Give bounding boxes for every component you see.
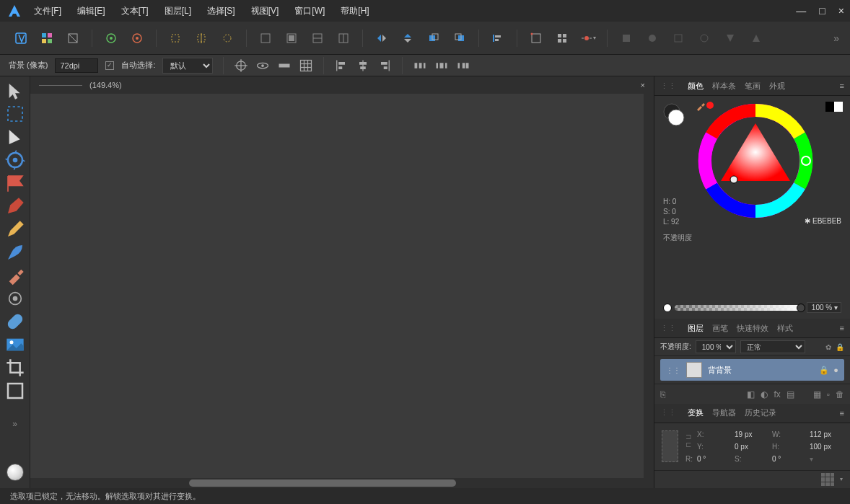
brush-tool-icon[interactable]	[4, 242, 26, 262]
link-wh-icon[interactable]: ⊐⊏	[685, 433, 693, 448]
misc5-icon[interactable]	[720, 28, 740, 48]
expand-tools-icon[interactable]: »	[4, 414, 26, 434]
opacity-slider[interactable]	[663, 304, 801, 311]
color-wheel[interactable]	[698, 103, 813, 218]
gear-red-icon[interactable]	[127, 28, 147, 48]
transform-icon[interactable]	[526, 28, 546, 48]
misc6-icon[interactable]	[746, 28, 766, 48]
layer-row[interactable]: ⋮⋮ 背背景 🔒 ●	[660, 359, 844, 381]
node-tool-icon[interactable]	[4, 127, 26, 147]
menu-file[interactable]: 文件[F]	[34, 5, 61, 17]
pencil-tool-icon[interactable]	[4, 219, 26, 239]
menu-select[interactable]: 选择[S]	[207, 5, 235, 17]
panel-options-icon[interactable]: ≡	[840, 409, 844, 417]
assets-tool-icon[interactable]	[4, 150, 26, 170]
cb-alignc-icon[interactable]	[356, 58, 370, 73]
menu-window[interactable]: 窗口[W]	[294, 5, 325, 17]
tab-styles[interactable]: 样式	[777, 323, 793, 334]
tab-brush[interactable]: 笔画	[745, 81, 761, 92]
canvas[interactable]	[30, 94, 654, 478]
arrange2-icon[interactable]	[450, 28, 470, 48]
crop-tool-icon[interactable]	[4, 358, 26, 378]
snap-icon[interactable]	[165, 28, 185, 48]
panel-options-icon[interactable]: ≡	[840, 81, 844, 90]
minimize-button[interactable]: —	[796, 5, 806, 17]
bw-swatch[interactable]	[825, 102, 843, 112]
cb-eye-icon[interactable]	[255, 58, 270, 73]
tab-layers[interactable]: 图层	[688, 323, 704, 334]
liquify-persona-icon[interactable]	[37, 28, 57, 48]
horizontal-scrollbar[interactable]	[30, 478, 654, 488]
cb-crosshair-icon[interactable]	[234, 58, 248, 73]
misc1-icon[interactable]	[616, 28, 636, 48]
close-button[interactable]: ×	[838, 5, 844, 17]
arrange-icon[interactable]	[424, 28, 444, 48]
tf-x-input[interactable]	[735, 430, 768, 438]
opacity-value[interactable]: 100 % ▾	[807, 302, 841, 313]
document-tab[interactable]: (149.4%) ×	[30, 76, 654, 94]
tf-w-input[interactable]	[810, 430, 843, 438]
tab-history[interactable]: 历史记录	[745, 407, 776, 418]
blend-mode-select[interactable]: 正常	[740, 340, 805, 353]
clip-icon[interactable]: ▤	[787, 389, 794, 399]
healing-tool-icon[interactable]	[4, 311, 26, 332]
cb-alignr-icon[interactable]	[377, 58, 392, 73]
panel-options-icon[interactable]: ≡	[840, 324, 844, 332]
layer-lock-icon[interactable]: 🔒	[836, 343, 844, 351]
cb-dist1-icon[interactable]	[413, 58, 427, 73]
image-tool-icon[interactable]	[4, 335, 26, 355]
tab-appearance[interactable]: 外观	[769, 81, 785, 92]
tab-brushes[interactable]: 画笔	[712, 323, 728, 334]
marquee-tool-icon[interactable]	[4, 104, 26, 124]
menu-text[interactable]: 文本[T]	[121, 5, 149, 17]
shape-tool-icon[interactable]	[4, 381, 26, 401]
delete-layer-icon[interactable]: 🗑	[836, 389, 844, 399]
tf-s-input[interactable]	[772, 455, 805, 463]
menu-edit[interactable]: 编辑[E]	[77, 5, 105, 17]
tab-close-icon[interactable]: ×	[641, 81, 645, 89]
anchor-grid-icon[interactable]	[821, 473, 834, 486]
layer-name[interactable]: 背背景	[708, 365, 732, 376]
layer-opacity-select[interactable]: 100 %	[696, 340, 736, 353]
snap3-icon[interactable]	[217, 28, 237, 48]
autoselect-check[interactable]: ✓	[105, 61, 114, 70]
cb-dist3-icon[interactable]	[456, 58, 470, 73]
fill-stroke-swatch[interactable]	[662, 102, 688, 130]
layer-btn1-icon[interactable]: ⎘	[660, 389, 665, 399]
menu-help[interactable]: 帮助[H]	[341, 5, 369, 17]
snap2-icon[interactable]	[191, 28, 211, 48]
persona-btn2-icon[interactable]	[281, 28, 302, 48]
cb-t1-icon[interactable]	[277, 58, 292, 73]
autoselect-mode[interactable]: 默认	[162, 58, 213, 74]
pen-tool-icon[interactable]	[4, 196, 26, 216]
tab-swatches[interactable]: 样本条	[712, 81, 736, 92]
new-pixel-icon[interactable]: ▦	[813, 389, 821, 399]
tab-transform[interactable]: 变换	[688, 407, 704, 418]
tf-r-input[interactable]	[697, 455, 730, 463]
cb-alignl-icon[interactable]	[334, 58, 349, 73]
tab-fx[interactable]: 快速特效	[737, 323, 768, 334]
maximize-button[interactable]: □	[819, 5, 825, 17]
menu-layer[interactable]: 图层[L]	[165, 5, 191, 17]
photo-persona-icon[interactable]	[11, 28, 31, 48]
fx-icon[interactable]: fx	[774, 389, 780, 399]
layer-cog-icon[interactable]: ✿	[825, 343, 831, 351]
adjust-icon[interactable]: ◐	[761, 389, 768, 399]
misc2-icon[interactable]	[642, 28, 662, 48]
layer-lock-icon[interactable]: 🔒	[819, 366, 829, 375]
color-swatch-icon[interactable]	[4, 462, 26, 482]
flag-tool-icon[interactable]	[4, 173, 26, 193]
toolbar-expand-icon[interactable]: »	[833, 32, 839, 44]
menu-view[interactable]: 视图[V]	[251, 5, 279, 17]
flip-h-icon[interactable]	[372, 28, 392, 48]
misc3-icon[interactable]	[668, 28, 688, 48]
develop-persona-icon[interactable]	[63, 28, 83, 48]
vertical-scrollbar[interactable]	[644, 94, 654, 478]
cb-grid-icon[interactable]	[299, 58, 313, 73]
transform-anchor-icon[interactable]	[662, 430, 678, 462]
cb-dist2-icon[interactable]	[434, 58, 449, 73]
misc4-icon[interactable]	[694, 28, 714, 48]
target-icon[interactable]: ▾	[578, 28, 598, 48]
tf-y-input[interactable]	[735, 443, 768, 451]
persona-btn4-icon[interactable]	[333, 28, 354, 48]
